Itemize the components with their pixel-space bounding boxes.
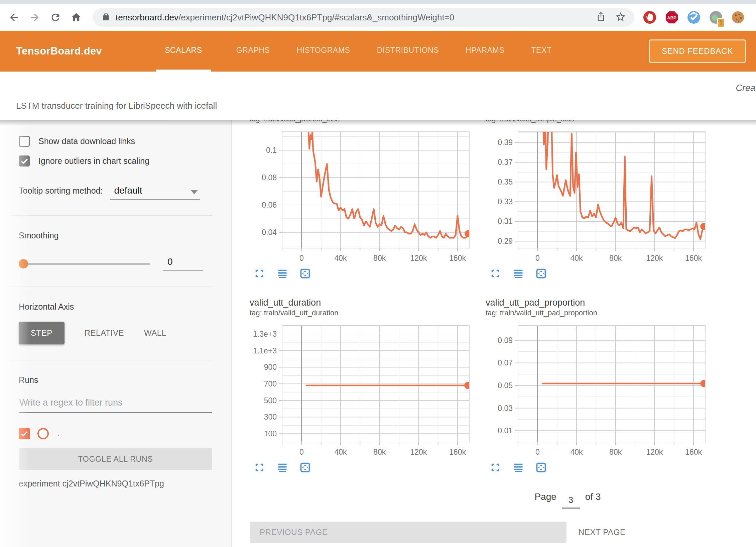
- svg-text:700: 700: [264, 379, 277, 388]
- svg-text:100: 100: [264, 429, 277, 438]
- url-host: tensorboard.dev: [116, 12, 178, 23]
- chart-card-valid-utt-duration: valid_utt_duration tag: train/valid_utt_…: [237, 297, 470, 473]
- send-feedback-button[interactable]: SEND FEEDBACK: [649, 39, 746, 63]
- adblock-hand-icon[interactable]: [643, 11, 656, 24]
- svg-text:80k: 80k: [609, 254, 622, 262]
- experiment-id-text: experiment cj2vtPiwQHKN9Q1tx6PTpg: [19, 479, 212, 488]
- fullscreen-icon[interactable]: [254, 462, 265, 473]
- fit-domain-icon[interactable]: [536, 268, 546, 279]
- scalar-chart-plot[interactable]: 040k80k120k160k0.010.030.050.070.09: [473, 323, 706, 461]
- page-label: Page: [534, 491, 556, 502]
- divider: [9, 287, 212, 287]
- svg-text:160k: 160k: [685, 448, 702, 456]
- browser-chrome: tensorboard.dev/experiment/cj2vtPiwQHKN9…: [0, 0, 756, 31]
- svg-text:80k: 80k: [609, 448, 622, 456]
- svg-text:160k: 160k: [685, 254, 702, 262]
- log-scale-lines-icon[interactable]: [513, 268, 524, 279]
- cookie-icon[interactable]: [731, 11, 745, 24]
- svg-text:0.05: 0.05: [498, 381, 513, 390]
- svg-text:0.09: 0.09: [498, 336, 513, 345]
- svg-text:0.08: 0.08: [262, 173, 277, 182]
- tab-text[interactable]: TEXT: [530, 31, 553, 72]
- svg-text:1.1e+3: 1.1e+3: [253, 346, 277, 355]
- experiment-title: LSTM transducer training for LibriSpeech…: [16, 101, 217, 111]
- svg-text:0.07: 0.07: [498, 358, 513, 367]
- axis-step-button[interactable]: STEP: [19, 322, 65, 344]
- axis-wall-button[interactable]: WALL: [134, 322, 176, 344]
- checkmark-extension-icon[interactable]: [687, 11, 701, 24]
- chart-tag: tag: train/valid_utt_duration: [237, 308, 470, 318]
- fit-domain-icon[interactable]: [536, 462, 546, 473]
- smoothing-value-input[interactable]: [163, 256, 203, 271]
- svg-text:0: 0: [299, 254, 304, 262]
- browser-toolbar: tensorboard.dev/experiment/cj2vtPiwQHKN9…: [0, 4, 756, 31]
- ignore-outliers-row[interactable]: Ignore outliers in chart scaling: [19, 155, 212, 167]
- run-checkbox[interactable]: [19, 428, 30, 439]
- previous-page-button[interactable]: PREVIOUS PAGE: [250, 522, 566, 543]
- share-icon[interactable]: [596, 12, 606, 23]
- show-download-links-checkbox[interactable]: [19, 136, 30, 147]
- chart-title: valid_utt_pad_proportion: [473, 297, 706, 308]
- reload-icon[interactable]: [48, 10, 63, 25]
- svg-text:0: 0: [535, 448, 540, 456]
- page-buttons: PREVIOUS PAGE NEXT PAGE: [236, 522, 756, 543]
- scalar-chart-plot[interactable]: 040k80k120k160k1003005007009001.1e+31.3e…: [237, 323, 470, 461]
- run-row[interactable]: .: [19, 428, 212, 439]
- log-scale-lines-icon[interactable]: [277, 462, 288, 473]
- fullscreen-icon[interactable]: [490, 268, 501, 279]
- fit-domain-icon[interactable]: [300, 268, 310, 279]
- chart-tag: tag: train/valid_utt_pad_proportion: [473, 308, 706, 318]
- fullscreen-icon[interactable]: [254, 268, 265, 279]
- tab-hparams[interactable]: HPARAMS: [464, 31, 506, 72]
- screen: tensorboard.dev/experiment/cj2vtPiwQHKN9…: [0, 0, 756, 547]
- scalar-chart-plot[interactable]: 040k80k120k160k0.290.310.330.350.370.39: [473, 129, 706, 267]
- back-icon[interactable]: [7, 10, 21, 25]
- svg-text:0.29: 0.29: [498, 237, 513, 245]
- home-icon[interactable]: [69, 10, 84, 25]
- svg-text:120k: 120k: [646, 254, 663, 262]
- tab-graphs[interactable]: GRAPHS: [235, 31, 271, 72]
- smoothing-slider-knob[interactable]: [19, 259, 28, 268]
- show-download-links-row[interactable]: Show data download links: [19, 136, 212, 147]
- toggle-all-runs-button[interactable]: TOGGLE ALL RUNS: [19, 448, 212, 470]
- scalar-chart-plot[interactable]: 040k80k120k160k0.040.060.080.1: [237, 129, 470, 267]
- page-number-input[interactable]: [562, 495, 580, 509]
- next-page-button[interactable]: NEXT PAGE: [579, 528, 626, 537]
- svg-text:0: 0: [299, 448, 304, 456]
- tab-distributions[interactable]: DISTRIBUTIONS: [376, 31, 440, 72]
- runs-regex-input[interactable]: [19, 398, 212, 413]
- log-scale-lines-icon[interactable]: [277, 268, 288, 279]
- tooltip-sorting-select[interactable]: default: [110, 185, 200, 200]
- privacy-extension-icon[interactable]: 1: [709, 11, 723, 24]
- tab-scalars[interactable]: SCALARS: [156, 31, 211, 72]
- axis-relative-button[interactable]: RELATIVE: [75, 322, 134, 344]
- tab-histograms[interactable]: HISTOGRAMS: [295, 31, 351, 72]
- horizontal-axis-label: Horizontal Axis: [19, 302, 212, 312]
- svg-text:160k: 160k: [449, 448, 466, 456]
- chevron-down-icon: [191, 190, 198, 194]
- forward-icon[interactable]: [27, 10, 42, 25]
- smoothing-slider-row: [19, 256, 212, 271]
- ignore-outliers-label: Ignore outliers in chart scaling: [38, 156, 149, 166]
- bookmark-star-icon[interactable]: [616, 12, 626, 23]
- svg-text:120k: 120k: [646, 448, 663, 456]
- address-bar[interactable]: tensorboard.dev/experiment/cj2vtPiwQHKN9…: [93, 8, 634, 27]
- chart-card-valid-utt-pad-proportion: valid_utt_pad_proportion tag: train/vali…: [473, 297, 706, 473]
- abp-icon[interactable]: ABP: [665, 11, 678, 24]
- log-scale-lines-icon[interactable]: [513, 462, 524, 473]
- chart-tag: tag: train/valid_pruned_loss: [237, 120, 470, 124]
- svg-text:0.1: 0.1: [266, 146, 277, 154]
- svg-text:0.39: 0.39: [498, 138, 513, 147]
- ignore-outliers-checkbox[interactable]: [19, 155, 30, 167]
- chart-toolbar: [473, 462, 706, 473]
- fit-domain-icon[interactable]: [300, 462, 310, 473]
- horizontal-axis-buttons: STEP RELATIVE WALL: [19, 322, 212, 344]
- svg-text:40k: 40k: [334, 448, 347, 456]
- svg-text:40k: 40k: [570, 448, 583, 456]
- fullscreen-icon[interactable]: [490, 462, 501, 473]
- smoothing-slider-track[interactable]: [27, 263, 150, 265]
- extensions-row: ABP 1: [643, 11, 745, 24]
- chart-card-valid-pruned-loss: valid_pruned_loss tag: train/valid_prune…: [237, 120, 470, 279]
- settings-sidebar: Show data download links Ignore outliers…: [0, 120, 232, 547]
- chart-toolbar: [237, 268, 470, 279]
